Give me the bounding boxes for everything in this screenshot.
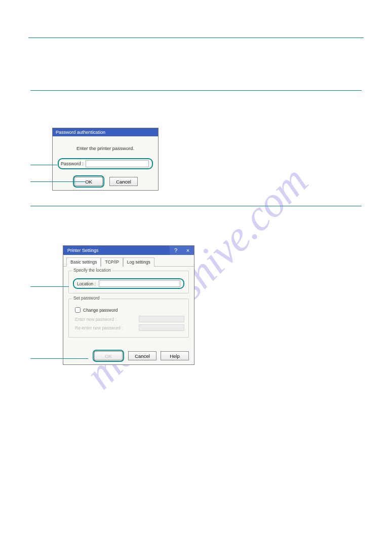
callout-line <box>30 181 85 182</box>
tab-log-settings[interactable]: Log settings <box>123 257 154 267</box>
dialog-titlebar: Printer Settings ? × <box>63 246 194 255</box>
location-label: Location : <box>77 281 96 286</box>
group-specify-location: Specify the location Location : <box>68 271 189 293</box>
callout-line <box>30 165 57 165</box>
enter-new-password-input <box>139 316 184 322</box>
password-label: Password : <box>61 161 84 166</box>
ok-button[interactable]: OK <box>94 351 123 360</box>
close-icon[interactable]: × <box>182 246 194 255</box>
tabs-row: Basic settings TCP/IP Log settings <box>63 255 194 267</box>
printer-settings-dialog: Printer Settings ? × Basic settings TCP/… <box>63 245 194 365</box>
tab-basic-settings[interactable]: Basic settings <box>66 257 101 267</box>
callout-line <box>30 358 88 359</box>
dialog-title: Password authentication <box>53 128 158 136</box>
change-password-label: Change password <box>83 308 118 313</box>
change-password-checkbox[interactable] <box>75 307 81 313</box>
page-divider <box>28 38 364 38</box>
tab-tcpip[interactable]: TCP/IP <box>101 257 123 267</box>
page-divider <box>30 206 362 206</box>
callout-line <box>30 286 69 287</box>
location-input[interactable] <box>99 280 180 287</box>
help-button[interactable]: Help <box>161 351 189 360</box>
password-row: Password : <box>58 158 153 169</box>
location-row: Location : <box>73 278 184 289</box>
dialog-title: Printer Settings <box>67 246 99 255</box>
group-title: Set password <box>72 296 101 301</box>
page-divider <box>30 90 362 91</box>
reenter-new-password-label: Re-enter new password : <box>75 325 123 330</box>
group-set-password: Set password Change password Enter new p… <box>68 299 189 338</box>
password-prompt: Enter the printer password. <box>58 145 153 151</box>
ok-highlight: OK <box>93 350 124 362</box>
password-input[interactable] <box>86 160 149 167</box>
group-title: Specify the location <box>72 268 112 273</box>
cancel-button[interactable]: Cancel <box>128 351 156 360</box>
help-icon[interactable]: ? <box>170 246 182 255</box>
cancel-button[interactable]: Cancel <box>109 177 138 186</box>
enter-new-password-label: Enter new password : <box>75 317 116 322</box>
reenter-new-password-input <box>139 324 184 331</box>
